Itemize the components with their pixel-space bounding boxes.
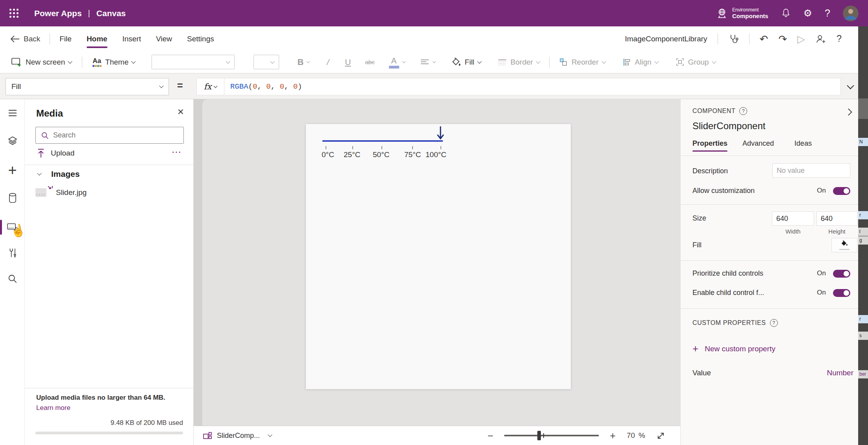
zoom-slider[interactable]	[504, 435, 599, 436]
width-input[interactable]	[772, 211, 814, 226]
hamburger-menu-icon[interactable]	[0, 104, 25, 122]
environment-name: Components	[732, 13, 768, 20]
search-input[interactable]	[53, 131, 179, 139]
insert-plus-icon[interactable]: +	[0, 161, 25, 179]
height-input[interactable]	[816, 211, 857, 226]
help-circle-icon[interactable]: ?	[739, 107, 747, 115]
user-avatar[interactable]	[843, 6, 859, 21]
tree-view-icon[interactable]	[0, 132, 25, 150]
chevron-down-icon	[601, 59, 606, 63]
tab-ideas[interactable]: Ideas	[794, 139, 812, 152]
tab-advanced[interactable]: Advanced	[742, 139, 774, 152]
strikethrough-button[interactable]: abc	[365, 59, 374, 65]
group-button[interactable]: Group	[676, 57, 716, 67]
reorder-button[interactable]: Reorder	[559, 57, 605, 67]
menu-right-actions: ImageComponentLibrary ↶ ↷ ▷ ?	[625, 33, 842, 44]
prioritize-child-controls-label: Prioritize child controls	[692, 269, 763, 278]
tab-properties[interactable]: Properties	[692, 139, 727, 152]
italic-button[interactable]: /	[327, 57, 329, 67]
fx-label: fx	[204, 82, 212, 91]
fill-color-button[interactable]	[831, 238, 857, 252]
images-section-header[interactable]: Images	[38, 169, 80, 179]
menu-item-settings[interactable]: Settings	[187, 33, 214, 45]
component-artboard[interactable]: 0°C 25°C 50°C 75°C 100°C	[306, 124, 571, 389]
collapse-panel-chevron[interactable]	[845, 108, 852, 115]
property-selector[interactable]: Fill	[6, 78, 169, 95]
help-circle-icon[interactable]: ?	[770, 319, 778, 327]
bold-button[interactable]: B	[297, 57, 309, 67]
fill-property-label: Fill	[692, 241, 701, 249]
border-button[interactable]: Border	[498, 58, 540, 67]
close-icon[interactable]: ×	[178, 106, 184, 117]
menu-item-view[interactable]: View	[156, 33, 172, 45]
data-database-icon[interactable]	[0, 189, 25, 207]
equals-sign: =	[177, 80, 183, 91]
more-options-icon[interactable]: …	[171, 143, 182, 156]
zoom-in-button[interactable]: +	[610, 431, 616, 441]
canvas-area: 0°C 25°C 50°C 75°C 100°C	[194, 99, 680, 426]
divider	[25, 165, 193, 165]
environment-picker[interactable]: Environment Components	[716, 7, 768, 20]
help-icon[interactable]: ?	[837, 34, 842, 43]
search-icon[interactable]	[0, 270, 25, 287]
environment-label: Environment	[732, 7, 768, 13]
theme-button[interactable]: Aa Theme	[93, 57, 135, 67]
prioritize-child-controls-toggle[interactable]	[833, 270, 850, 278]
allow-customization-toggle[interactable]	[833, 187, 850, 195]
share-person-add-icon[interactable]	[815, 34, 826, 44]
zoom-slider-thumb[interactable]	[537, 431, 541, 440]
description-input[interactable]	[772, 163, 850, 178]
component-switcher[interactable]: SliderComp...	[202, 431, 272, 441]
slider-tick	[381, 146, 382, 149]
align-icon	[623, 58, 631, 67]
new-screen-button[interactable]: New screen	[10, 57, 72, 67]
chevron-down-icon	[68, 59, 72, 63]
menu-item-insert[interactable]: Insert	[122, 33, 141, 45]
expand-formula-bar-chevron[interactable]	[847, 82, 854, 89]
media-item-slider-jpg[interactable]: Slider.jpg	[35, 184, 185, 202]
upload-button[interactable]: Upload	[37, 148, 74, 158]
font-family-dropdown[interactable]	[152, 55, 235, 69]
ribbon-toolbar: New screen Aa Theme B / U abc A Fill	[0, 51, 858, 73]
size-label: Size	[692, 214, 706, 222]
edge-fragment: s	[858, 332, 868, 340]
menu-item-file[interactable]: File	[59, 33, 72, 45]
menu-bar: Back File Home Insert View Settings Imag…	[0, 26, 858, 51]
align-button[interactable]: Align	[623, 58, 658, 67]
underline-button[interactable]: U	[345, 57, 351, 67]
divider	[681, 156, 858, 156]
font-size-dropdown[interactable]	[254, 55, 279, 69]
enable-child-control-toggle[interactable]	[833, 289, 850, 297]
fx-dropdown[interactable]: fx	[197, 78, 224, 95]
theme-label: Theme	[105, 58, 128, 67]
play-preview-icon[interactable]: ▷	[797, 34, 805, 44]
divider	[681, 260, 858, 261]
settings-gear-icon[interactable]: ⚙	[803, 8, 812, 18]
fill-button[interactable]: Fill	[451, 57, 481, 67]
advanced-tools-icon[interactable]	[0, 244, 25, 261]
notifications-bell-icon[interactable]	[781, 8, 791, 19]
new-custom-property-button[interactable]: + New custom property	[692, 343, 775, 355]
divider	[25, 388, 193, 388]
back-button[interactable]: Back	[10, 35, 40, 43]
zoom-out-button[interactable]: −	[488, 431, 494, 441]
canvas-bottom-bar: SliderComp... − + 70 %	[194, 426, 680, 445]
fit-to-window-icon[interactable]	[656, 431, 665, 440]
chevron-down-icon	[159, 83, 163, 88]
slider-tick	[440, 146, 441, 149]
text-align-button[interactable]	[420, 59, 435, 66]
formula-input[interactable]: RGBA(0, 0, 0, 0)	[224, 82, 302, 91]
help-icon[interactable]: ?	[825, 8, 830, 18]
zoom-value: 70	[627, 431, 635, 440]
redo-icon[interactable]: ↷	[778, 34, 787, 44]
waffle-menu-icon[interactable]	[9, 9, 19, 18]
font-color-button[interactable]: A	[389, 56, 405, 69]
chevron-down-icon	[307, 59, 310, 63]
menu-item-home[interactable]: Home	[87, 33, 107, 45]
undo-icon[interactable]: ↶	[760, 34, 768, 44]
app-checker-stethoscope-icon[interactable]	[728, 33, 739, 44]
learn-more-link[interactable]: Learn more	[36, 404, 70, 412]
value-type-link[interactable]: Number	[827, 369, 853, 377]
globe-icon	[716, 7, 728, 20]
storage-progress-bar	[35, 432, 183, 434]
